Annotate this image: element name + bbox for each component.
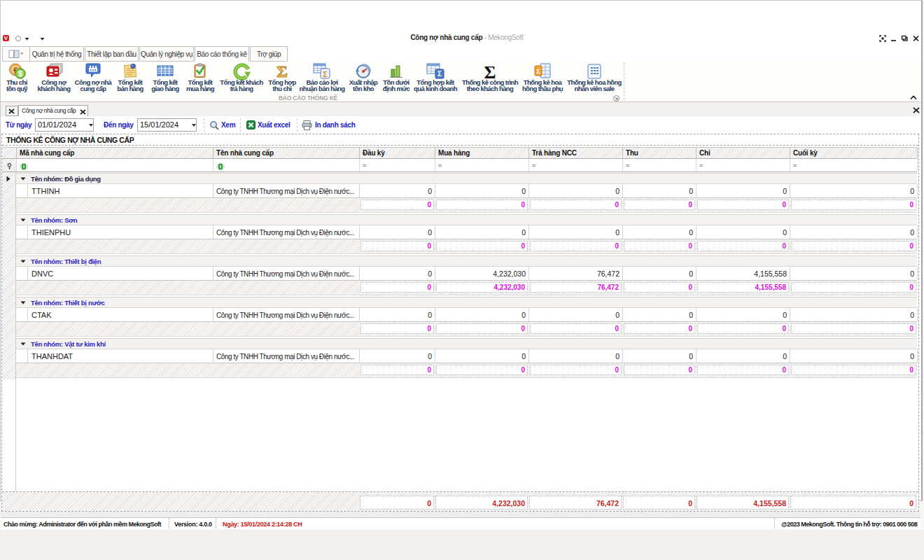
svg-text:$: $ <box>18 70 22 78</box>
svg-text:Σ: Σ <box>438 70 442 78</box>
svg-text:Σ: Σ <box>323 70 328 78</box>
svg-text:Σ: Σ <box>536 67 540 75</box>
svg-text:Σ: Σ <box>276 63 288 80</box>
